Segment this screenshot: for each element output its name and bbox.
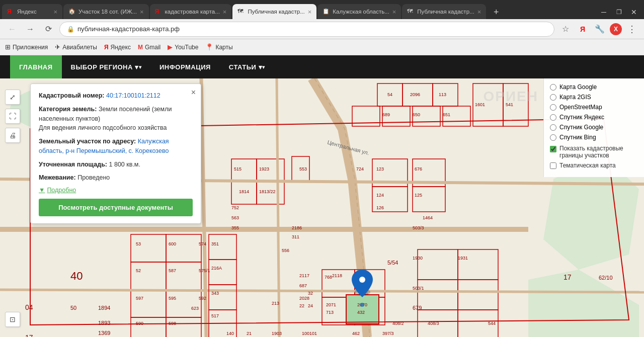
map-osm-option[interactable]: OpenStreetMap [550,104,638,111]
svg-text:679: 679 [413,305,422,311]
nav-info[interactable]: ИНФОРМАЦИЯ [150,55,220,78]
svg-text:590: 590 [136,321,143,326]
svg-text:124: 124 [376,193,384,198]
svg-text:355: 355 [231,225,239,230]
fullscreen-button[interactable]: ⛶ [5,109,20,124]
bookmark-youtube[interactable]: ▶ YouTube [168,43,198,51]
forward-button[interactable]: → [23,22,37,36]
tab-public-kadastr[interactable]: 🗺 Публичная кадастр... × [232,4,316,19]
address-field: Земельный участок по адресу: Калужская о… [39,137,193,156]
map-osm-radio[interactable] [550,104,556,111]
svg-text:408/2: 408/2 [392,321,404,326]
url-bar[interactable]: 🔒 публичная-кадастровая-карта.рф [59,22,554,37]
avia-icon: ✈ [55,43,60,51]
info-panel-close-button[interactable]: × [191,88,196,97]
map-google-option[interactable]: Карта Google [550,83,638,91]
svg-text:397/3: 397/3 [382,331,394,336]
svg-text:2071: 2071 [326,302,336,307]
minimize-button[interactable]: ─ [597,5,611,19]
nav-articles[interactable]: СТАТЬИ ▾ [220,55,274,78]
maps-icon: 📍 [205,43,213,51]
thematic-map-checkbox-item[interactable]: Тематическая карта [550,162,638,169]
details-link[interactable]: ▼ Подробно [39,187,193,194]
apps-icon: ⊞ [5,43,11,51]
svg-text:752: 752 [231,205,239,210]
category-field: Категория земель: Земли поселений (земли… [39,105,193,133]
bookmark-maps-label: Карты [215,44,232,51]
tab-title-uchastok: Участок 18 сот. (ИЖ... [78,9,137,15]
bookmark-yandex[interactable]: Я Яндекс [104,44,131,51]
tab-kadastr[interactable]: Я кадастровая карта... × [150,4,232,19]
svg-text:125: 125 [415,193,422,198]
tab-close-kadastr[interactable]: × [223,8,227,16]
user-avatar[interactable]: X [610,23,622,35]
svg-text:1369: 1369 [98,330,110,336]
view-documents-button[interactable]: Посмотреть доступные документы [39,199,193,216]
satellite-google-radio[interactable] [550,124,556,131]
refresh-button[interactable]: ⟳ [41,22,55,36]
svg-text:595: 595 [169,296,176,301]
nav-main[interactable]: ГЛАВНАЯ [10,55,62,78]
svg-text:587: 587 [169,268,176,273]
tab-icon-public: 🗺 [237,8,245,15]
satellite-bing-option[interactable]: Спутник Bing [550,134,638,141]
svg-text:351: 351 [211,241,219,246]
tab-close-public[interactable]: × [308,8,312,16]
expand-button[interactable]: ⤢ [5,90,20,105]
print-button[interactable]: 🖨 [5,128,20,143]
bookmark-gmail[interactable]: M Gmail [138,44,160,51]
thematic-map-label: Тематическая карта [559,162,616,169]
bookmark-apps[interactable]: ⊞ Приложения [5,43,48,51]
satellite-yandex-option[interactable]: Спутник Яндекс [550,114,638,121]
tab-title-kadastr: кадастровая карта... [165,9,220,15]
yandex-bookmark-icon: Я [104,44,109,51]
map-2gis-radio[interactable] [550,94,556,101]
back-button[interactable]: ← [5,22,19,36]
cadastral-label: Кадастровый номер: [39,92,105,99]
show-borders-checkbox-item[interactable]: Показать кадастровые границы участков [550,145,638,159]
bookmark-avia-label: Авиабилеты [62,44,97,51]
cadastral-number-link[interactable]: 40:17:100101:2112 [106,92,160,99]
svg-text:432: 432 [357,310,365,315]
tab-close-kaluga[interactable]: × [392,8,396,16]
satellite-google-option[interactable]: Спутник Google [550,124,638,131]
svg-text:598: 598 [169,321,176,326]
svg-text:408/3: 408/3 [428,321,439,326]
new-tab-button[interactable]: + [489,5,503,19]
bookmark-avia[interactable]: ✈ Авиабилеты [55,43,97,51]
svg-text:54: 54 [387,92,392,97]
close-window-button[interactable]: ✕ [627,5,641,19]
svg-text:687: 687 [299,283,307,288]
bookmark-star-button[interactable]: ☆ [558,22,573,36]
map-google-radio[interactable] [550,84,556,91]
bookmark-maps[interactable]: 📍 Карты [205,43,232,51]
restore-button[interactable]: ❐ [612,5,626,19]
url-input[interactable]: публичная-кадастровая-карта.рф [77,25,547,33]
svg-text:22: 22 [299,303,304,308]
svg-text:676: 676 [415,166,422,172]
satellite-yandex-radio[interactable] [550,114,556,121]
map-2gis-option[interactable]: Карта 2GIS [550,94,638,101]
tab-close-yandex[interactable]: × [53,8,57,16]
tab-kaluga[interactable]: 📋 Калужская область... × [317,4,401,19]
tab-public2[interactable]: 🗺 Публичная кадастр... × [402,4,486,19]
satellite-bing-radio[interactable] [550,134,556,141]
menu-button[interactable]: ⋮ [625,22,639,36]
extensions-button[interactable]: 🔧 [593,22,607,36]
svg-text:724: 724 [356,166,364,172]
svg-text:553: 553 [299,166,307,172]
tab-uchastok[interactable]: 🏠 Участок 18 сот. (ИЖ... × [63,4,149,19]
svg-text:1893: 1893 [98,320,110,326]
scale-button[interactable]: ⊡ [5,312,20,327]
tab-close-uchastok[interactable]: × [140,8,144,16]
svg-text:651: 651 [443,112,450,117]
map-controls: ⤢ ⛶ 🖨 [5,83,20,143]
nav-region[interactable]: ВЫБОР РЕГИОНА ▾ [62,55,150,78]
tab-close-public2[interactable]: × [477,8,481,16]
yandex-icon-button[interactable]: Я [576,22,590,36]
tab-icon-kaluga: 📋 [323,8,330,15]
show-borders-checkbox[interactable] [550,146,556,152]
svg-text:113: 113 [439,92,446,97]
thematic-map-checkbox[interactable] [550,162,556,169]
tab-yandex[interactable]: Я Яндекс × [2,4,62,19]
